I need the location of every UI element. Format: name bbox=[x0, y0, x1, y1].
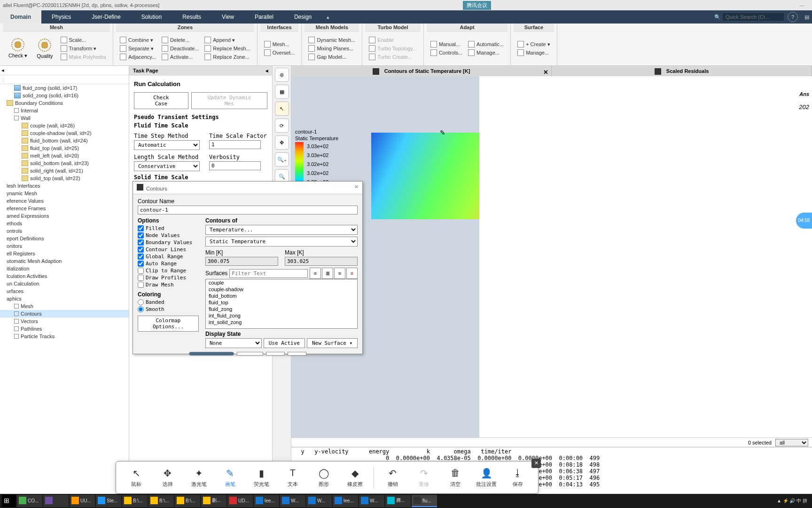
tree-item[interactable]: lesh Interfaces bbox=[0, 182, 129, 190]
tree-item[interactable]: lculation Activities bbox=[0, 272, 129, 280]
task-page-collapse-icon[interactable]: ◂ bbox=[265, 68, 268, 74]
surfaces-list[interactable]: couplecouple-shadowfluid_bottomfluid_top… bbox=[205, 279, 358, 329]
close-icon[interactable]: ✕ bbox=[354, 184, 359, 191]
append-button[interactable]: Append ▾ bbox=[203, 36, 252, 44]
taskbar-app[interactable]: lee... bbox=[333, 495, 358, 507]
menu-tab-view[interactable]: View bbox=[211, 10, 244, 24]
quick-search-input[interactable] bbox=[723, 13, 784, 21]
surface-item[interactable]: fluid_top bbox=[206, 299, 357, 306]
close-icon[interactable]: ✕ bbox=[531, 459, 541, 468]
taskbar-app[interactable]: CO... bbox=[17, 495, 42, 507]
time-step-method-select[interactable]: Automatic bbox=[134, 140, 200, 150]
overset-button[interactable]: Overset... bbox=[262, 49, 297, 56]
taskbar-app[interactable] bbox=[43, 495, 69, 507]
surface-item[interactable]: int_solid_zong bbox=[206, 319, 357, 325]
window-minimize[interactable]: — bbox=[795, 2, 809, 8]
check-button[interactable]: Check ▾ bbox=[5, 36, 31, 61]
taskbar-app[interactable]: B:\... bbox=[148, 495, 174, 507]
annot-激光笔[interactable]: ✦激光笔 bbox=[183, 468, 215, 488]
surf-deselect-button[interactable]: ≡ bbox=[334, 268, 345, 279]
use-active-button[interactable]: Use Active bbox=[264, 338, 305, 348]
tree-item[interactable]: amed Expressions bbox=[0, 212, 129, 220]
surfaces-filter-input[interactable] bbox=[229, 269, 308, 278]
surface-item[interactable]: fluid_bottom bbox=[206, 293, 357, 299]
time-scale-factor-input[interactable] bbox=[209, 140, 261, 149]
option-draw-profiles[interactable]: Draw Profiles bbox=[138, 274, 199, 281]
menu-tab-parallel[interactable]: Parallel bbox=[244, 10, 284, 24]
tree-item[interactable]: Internal bbox=[0, 107, 129, 114]
tree-item[interactable]: Wall bbox=[0, 114, 129, 122]
option-node-values[interactable]: Node Values bbox=[138, 232, 199, 239]
surface-item[interactable]: couple-shadow bbox=[206, 286, 357, 293]
pan-icon[interactable]: ✥ bbox=[275, 135, 289, 150]
menu-tab-results[interactable]: Results bbox=[172, 10, 211, 24]
outline-tree[interactable]: ◂ : fluid_zong (solid, id=17)solid_zong … bbox=[0, 66, 129, 494]
annot-荧光笔[interactable]: ▮荧光笔 bbox=[246, 468, 277, 488]
taskbar-app[interactable]: flu... bbox=[412, 495, 437, 507]
create-button[interactable]: + Create ▾ bbox=[515, 40, 552, 48]
option-global-range[interactable]: Global Range bbox=[138, 253, 199, 260]
surface-item[interactable]: fluid_zong bbox=[206, 306, 357, 312]
tree-item[interactable]: Mesh bbox=[0, 302, 129, 310]
tree-item[interactable]: couple-shadow (wall, id=2) bbox=[0, 129, 129, 137]
mesh-button[interactable]: Mesh... bbox=[262, 40, 297, 48]
transform-button[interactable]: Transform ▾ bbox=[59, 45, 109, 52]
check-case-button[interactable]: Check Case bbox=[134, 92, 188, 109]
annot-鼠标[interactable]: ↖鼠标 bbox=[121, 468, 152, 488]
tree-item[interactable]: aphics bbox=[0, 295, 129, 302]
contours-of-select[interactable]: Temperature... bbox=[205, 225, 358, 235]
tree-item[interactable]: ell Registers bbox=[0, 250, 129, 257]
tree-item[interactable]: onitors bbox=[0, 242, 129, 250]
menu-tab-physics[interactable]: Physics bbox=[41, 10, 81, 24]
manage-button[interactable]: Manage... bbox=[515, 49, 552, 56]
contour-name-input[interactable] bbox=[138, 206, 358, 214]
scale-button[interactable]: Scale... bbox=[59, 36, 109, 44]
activate-button[interactable]: Activate... bbox=[160, 53, 201, 61]
controls-button[interactable]: Controls... bbox=[429, 49, 464, 56]
pointer-icon[interactable]: ↖ bbox=[275, 102, 289, 116]
quality-button[interactable]: Quality bbox=[33, 37, 56, 61]
tree-item[interactable]: Pathlines bbox=[0, 325, 129, 333]
taskbar-app[interactable]: W... bbox=[280, 495, 305, 507]
annot-撤销[interactable]: ↶撤销 bbox=[377, 468, 408, 488]
annot-文本[interactable]: T文本 bbox=[277, 468, 309, 488]
annot-清空[interactable]: 🗑清空 bbox=[439, 468, 471, 488]
display-state-select[interactable]: None bbox=[205, 338, 262, 348]
option-clip-to-range[interactable]: Clip to Range bbox=[138, 267, 199, 274]
manage-button[interactable]: Manage... bbox=[466, 49, 506, 56]
adjacency-button[interactable]: Adjacency... bbox=[118, 53, 158, 61]
tree-collapse-icon[interactable]: ◂ bbox=[0, 66, 129, 75]
option-boundary-values[interactable]: Boundary Values bbox=[138, 239, 199, 246]
annot-批注设置[interactable]: 👤批注设置 bbox=[471, 468, 502, 488]
taskbar-app[interactable]: 腾... bbox=[385, 495, 411, 507]
option-draw-mesh[interactable]: Draw Mesh bbox=[138, 281, 199, 288]
tree-item[interactable]: un Calculation bbox=[0, 280, 129, 287]
compute-button[interactable] bbox=[237, 352, 263, 356]
contour-view-tab[interactable]: Contours of Static Temperature [K] ✕ bbox=[291, 66, 552, 76]
deactivate-button[interactable]: Deactivate... bbox=[160, 45, 201, 52]
taskbar-app[interactable]: B:\... bbox=[175, 495, 200, 507]
tree-item[interactable]: utomatic Mesh Adaption bbox=[0, 257, 129, 265]
tree-item[interactable]: Vectors bbox=[0, 318, 129, 325]
close-button[interactable] bbox=[266, 352, 285, 356]
taskbar-app[interactable]: B:\... bbox=[122, 495, 148, 507]
surf-invert-button[interactable]: ≡ bbox=[346, 268, 358, 279]
annot-图形[interactable]: ◯图形 bbox=[308, 468, 340, 488]
option-contour-lines[interactable]: Contour Lines bbox=[138, 246, 199, 253]
tree-item[interactable]: fluid_bottom (wall, id=24) bbox=[0, 137, 129, 144]
system-tray[interactable]: ▲ ⚡ 🔊 中 拼 bbox=[774, 498, 810, 504]
help-button[interactable] bbox=[288, 352, 306, 356]
taskbar-app[interactable]: W... bbox=[306, 495, 332, 507]
annot-画笔[interactable]: ✎画笔 bbox=[215, 468, 246, 488]
menu-tab-design[interactable]: Design bbox=[284, 10, 322, 24]
delete-button[interactable]: Delete... bbox=[160, 36, 201, 44]
menu-tab-jser-define[interactable]: Jser-Define bbox=[81, 10, 131, 24]
verbosity-input[interactable] bbox=[209, 161, 261, 170]
tree-item[interactable]: Contours bbox=[0, 310, 129, 318]
menu-tab-domain[interactable]: Domain bbox=[0, 10, 41, 24]
scope-select[interactable]: all bbox=[775, 439, 808, 446]
residuals-view-tab[interactable]: Scaled Residuals bbox=[552, 66, 812, 76]
annot-选择[interactable]: ✥选择 bbox=[152, 468, 184, 488]
tree-item[interactable]: eport Definitions bbox=[0, 235, 129, 242]
tree-item[interactable]: solid_bottom (wall, id=23) bbox=[0, 159, 129, 167]
